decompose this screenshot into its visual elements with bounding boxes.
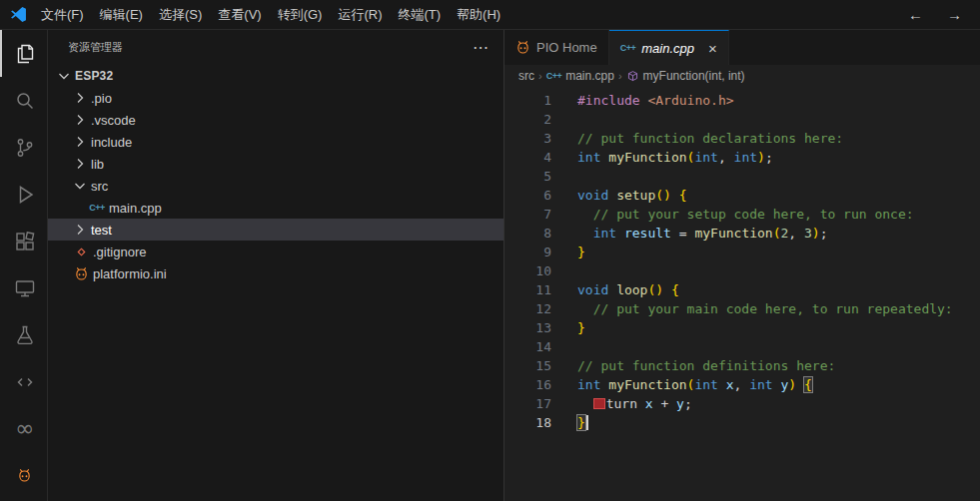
code-line-16[interactable]: 16int myFunction(int x, int y) { [504, 375, 980, 394]
code-line-4[interactable]: 4int myFunction(int, int); [504, 148, 980, 167]
token: + [653, 396, 676, 411]
line-number[interactable]: 10 [504, 261, 551, 280]
menu-item-3[interactable]: 查看(V) [210, 0, 269, 30]
tree-item-lib[interactable]: lib [48, 153, 503, 175]
tree-item-src[interactable]: src [48, 175, 503, 197]
tree-item-label: .vscode [91, 113, 136, 128]
line-number[interactable]: 1 [504, 91, 551, 110]
tree-item--vscode[interactable]: .vscode [48, 109, 503, 131]
code-line-13[interactable]: 13} [504, 318, 980, 337]
code-icon[interactable] [0, 358, 47, 405]
code-line-10[interactable]: 10 [504, 261, 980, 280]
tree-item-label: platformio.ini [93, 266, 167, 281]
code-line-2[interactable]: 2 [504, 110, 980, 129]
menu-item-4[interactable]: 转到(G) [270, 0, 331, 30]
token [577, 396, 593, 411]
code-line-7[interactable]: 7 // put your setup code here, to run on… [504, 205, 980, 224]
nav-forward-icon[interactable]: → [947, 6, 962, 23]
close-icon[interactable]: × [708, 41, 717, 56]
code-editor[interactable]: 1#include <Arduino.h>23// put function d… [504, 87, 980, 501]
line-number[interactable]: 8 [504, 224, 551, 243]
tree-item-label: main.cpp [109, 201, 162, 216]
search-icon[interactable] [0, 77, 47, 124]
line-number[interactable]: 16 [504, 375, 551, 394]
line-number[interactable]: 9 [504, 243, 551, 261]
token: loop [616, 282, 647, 297]
tree-item--gitignore[interactable]: .gitignore [48, 241, 503, 262]
tree-item-test[interactable]: test [48, 219, 503, 241]
tree-item-include[interactable]: include [48, 131, 503, 153]
sidebar-title: 资源管理器 [68, 40, 123, 55]
platformio-icon[interactable] [0, 452, 47, 499]
line-number[interactable]: 11 [504, 280, 551, 299]
symbol-cube-icon [626, 70, 639, 83]
line-number[interactable]: 13 [504, 318, 551, 337]
tree-item-esp32[interactable]: ESP32 [48, 65, 503, 87]
line-number[interactable]: 6 [504, 186, 551, 205]
line-number[interactable]: 18 [504, 413, 551, 432]
tree-item-platformio-ini[interactable]: platformio.ini [48, 262, 503, 284]
tab-pio-home[interactable]: PIO Home [504, 30, 609, 65]
token: // put function declarations here: [577, 131, 843, 146]
files-icon[interactable] [0, 30, 47, 77]
menu-item-6[interactable]: 终端(T) [390, 0, 449, 30]
platformio-icon [72, 266, 90, 281]
infinity-icon[interactable]: ∞ [0, 405, 47, 452]
code-line-6[interactable]: 6void setup() { [504, 186, 980, 205]
code-line-18[interactable]: 18} [504, 413, 980, 432]
code-line-1[interactable]: 1#include <Arduino.h> [504, 91, 980, 110]
breadcrumb-item-1[interactable]: C++main.cpp [546, 69, 614, 83]
menu-item-5[interactable]: 运行(R) [330, 0, 390, 30]
line-content: void loop() { [551, 280, 679, 299]
menu-item-0[interactable]: 文件(F) [33, 0, 92, 30]
extensions-icon[interactable] [0, 218, 47, 264]
line-number[interactable]: 7 [504, 205, 551, 224]
breadcrumb-item-0[interactable]: src [518, 69, 534, 83]
line-number[interactable]: 4 [504, 148, 551, 167]
tree-item-label: ESP32 [75, 69, 113, 83]
line-number[interactable]: 3 [504, 129, 551, 148]
run-debug-icon[interactable] [0, 171, 47, 218]
line-content [551, 261, 577, 280]
token: turn [606, 396, 645, 411]
sidebar-header: 资源管理器 ⋯ [48, 30, 503, 65]
breadcrumb-item-2[interactable]: myFunction(int, int) [626, 69, 745, 83]
line-number[interactable]: 12 [504, 299, 551, 318]
line-content: // put function definitions here: [551, 356, 835, 375]
line-content: void setup() { [551, 186, 687, 205]
line-number[interactable]: 15 [504, 356, 551, 375]
line-content: // put your setup code here, to run once… [551, 205, 914, 224]
tree-item-main-cpp[interactable]: C++main.cpp [48, 197, 503, 219]
menu-item-2[interactable]: 选择(S) [151, 0, 210, 30]
token: x [726, 377, 734, 392]
workbench: ∞ 资源管理器 ⋯ ESP32.pio.vscodeincludelibsrcC… [0, 30, 980, 501]
platformio-icon [515, 40, 530, 55]
code-line-11[interactable]: 11void loop() { [504, 280, 980, 299]
line-number[interactable]: 17 [504, 394, 551, 413]
code-line-17[interactable]: 17 turn x + y; [504, 394, 980, 413]
token [577, 207, 593, 222]
tab-main-cpp[interactable]: C++main.cpp× [609, 30, 729, 65]
test-flask-icon[interactable] [0, 311, 47, 358]
token: <Arduino.h> [647, 93, 733, 108]
remote-explorer-icon[interactable] [0, 264, 47, 311]
code-line-15[interactable]: 15// put function definitions here: [504, 356, 980, 375]
tree-item--pio[interactable]: .pio [48, 87, 503, 109]
code-line-3[interactable]: 3// put function declarations here: [504, 129, 980, 148]
code-line-5[interactable]: 5 [504, 167, 980, 186]
menu-item-1[interactable]: 编辑(E) [92, 0, 151, 30]
line-number[interactable]: 14 [504, 337, 551, 356]
code-line-14[interactable]: 14 [504, 337, 980, 356]
source-control-icon[interactable] [0, 124, 47, 171]
token: , [734, 377, 750, 392]
token: int [577, 150, 600, 165]
line-number[interactable]: 5 [504, 167, 551, 186]
menu-item-7[interactable]: 帮助(H) [449, 0, 508, 30]
code-line-12[interactable]: 12 // put your main code here, to run re… [504, 299, 980, 318]
editor-group: PIO HomeC++main.cpp× src›C++main.cpp›myF… [504, 30, 980, 501]
nav-back-icon[interactable]: ← [908, 6, 923, 23]
more-actions-icon[interactable]: ⋯ [473, 38, 490, 57]
line-number[interactable]: 2 [504, 110, 551, 129]
code-line-8[interactable]: 8 int result = myFunction(2, 3); [504, 224, 980, 243]
code-line-9[interactable]: 9} [504, 243, 980, 261]
